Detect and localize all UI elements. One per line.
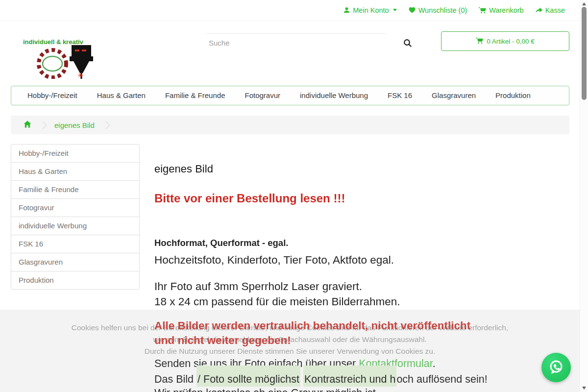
search-input[interactable] bbox=[206, 33, 386, 52]
material-line: Ihr Foto auf 3mm Sperrholz Laser gravier… bbox=[154, 279, 569, 294]
laser-head-icon bbox=[72, 45, 91, 56]
quality-suffix: och auflösend sein! bbox=[396, 373, 487, 385]
sidebar-item-fotogravur[interactable]: Fotogravur bbox=[11, 198, 140, 217]
quality-highlight-2: Kontrastreich und h bbox=[303, 366, 396, 387]
checkout-link[interactable]: Kasse bbox=[536, 6, 565, 14]
privacy-line1: Alle Bilder werden vertraulich behandelt… bbox=[154, 318, 569, 333]
caret-down-icon bbox=[393, 9, 397, 11]
cart-link[interactable]: Warenkorb bbox=[479, 6, 523, 14]
sidebar-item-hobby-freizeit[interactable]: Hobby-/Freizeit bbox=[11, 144, 140, 163]
magnifier-icon bbox=[403, 42, 412, 49]
sidebar-item-individuelle-werbung[interactable]: individuelle Werbung bbox=[11, 217, 140, 235]
page-scrollbar[interactable] bbox=[580, 0, 588, 392]
format-line: Hochformat, Querformat - egal. bbox=[154, 238, 569, 248]
shop-logo[interactable]: individuell & kreativ ✳ bbox=[22, 36, 97, 79]
search-box bbox=[206, 33, 386, 52]
quality-prefix: Das Bild bbox=[154, 373, 196, 385]
main-content: eigenes Bild Bitte vor einer Bestellung … bbox=[154, 144, 569, 392]
privacy-note: Alle Bilder werden vertraulich behandelt… bbox=[154, 318, 569, 348]
cart-label: Warenkorb bbox=[489, 6, 523, 14]
chevron-right-icon bbox=[102, 121, 110, 129]
breadcrumb: eigenes Bild bbox=[11, 116, 569, 134]
account-menu[interactable]: Mein Konto bbox=[343, 6, 396, 14]
nav-item-haus-garten[interactable]: Haus & Garten bbox=[87, 86, 155, 105]
heart-icon bbox=[409, 7, 416, 13]
photo-types-line: Hochzeitsfoto, Kinderfoto, Tier Foto, Ak… bbox=[154, 252, 569, 268]
privacy-line2: und nicht weiter gegeben! bbox=[154, 333, 569, 348]
scrollbar-thumb[interactable] bbox=[582, 7, 587, 100]
sidebar-item-produktion[interactable]: Produktion bbox=[11, 271, 140, 290]
sidebar-item-glasgravuren[interactable]: Glasgravuren bbox=[11, 253, 140, 271]
whatsapp-chat-button[interactable] bbox=[541, 353, 571, 382]
nav-item-hobby-freizeit[interactable]: Hobby-/Freizeit bbox=[18, 86, 87, 105]
check-line: Wir prüfen kostenlos ob eine Gravur mögl… bbox=[154, 387, 569, 392]
category-sidebar: Hobby-/Freizeit Haus & Garten Familie & … bbox=[11, 144, 140, 290]
quality-line: Das Bild / Foto sollte möglichst Kontras… bbox=[154, 372, 569, 387]
whatsapp-icon bbox=[547, 358, 565, 377]
sidebar-item-fsk16[interactable]: FSK 16 bbox=[11, 235, 140, 253]
forward-arrow-icon bbox=[536, 7, 542, 13]
page-title: eigenes Bild bbox=[154, 163, 569, 175]
nav-item-fotogravur[interactable]: Fotogravur bbox=[235, 86, 290, 105]
nav-item-familie-freunde[interactable]: Familie & Freunde bbox=[155, 86, 235, 105]
account-label: Mein Konto bbox=[353, 6, 389, 14]
scroll-up-arrow-icon[interactable] bbox=[582, 2, 586, 5]
chevron-right-icon bbox=[39, 121, 47, 129]
scroll-down-arrow-icon[interactable] bbox=[582, 387, 586, 390]
cart-summary-button[interactable]: 0 Artikel - 0,00 € bbox=[441, 31, 569, 51]
wishlist-label: Wunschliste (0) bbox=[418, 6, 467, 14]
send-suffix: . bbox=[433, 358, 436, 369]
quality-highlight-1: / Foto sollte möglichst bbox=[196, 366, 300, 387]
laser-spark-icon: ✳ bbox=[77, 71, 84, 79]
home-icon[interactable] bbox=[24, 121, 31, 130]
header: individuell & kreativ ✳ 0 Artikel - 0,00… bbox=[11, 21, 569, 86]
search-button[interactable] bbox=[400, 36, 415, 51]
breadcrumb-current[interactable]: eigenes Bild bbox=[54, 121, 95, 129]
sidebar-item-familie-freunde[interactable]: Familie & Freunde bbox=[11, 180, 140, 199]
wishlist-link[interactable]: Wunschliste (0) bbox=[409, 6, 467, 14]
cart-summary-label: 0 Artikel - 0,00 € bbox=[487, 38, 535, 45]
size-line: 18 x 24 cm passend für die meisten Bilde… bbox=[154, 294, 569, 309]
sidebar-item-haus-garten[interactable]: Haus & Garten bbox=[11, 162, 140, 181]
main-nav: Hobby-/Freizeit Haus & Garten Familie & … bbox=[11, 86, 569, 105]
checkout-label: Kasse bbox=[545, 6, 565, 14]
topbar: Mein Konto Wunschliste (0) Warenkorb Kas… bbox=[0, 0, 588, 21]
nav-item-produktion[interactable]: Produktion bbox=[486, 86, 540, 105]
nav-item-glasgravuren[interactable]: Glasgravuren bbox=[422, 86, 486, 105]
user-icon bbox=[343, 7, 350, 13]
nav-item-fsk16[interactable]: FSK 16 bbox=[378, 86, 422, 105]
cart-icon bbox=[476, 37, 483, 46]
order-warning-heading: Bitte vor einer Bestellung lesen !!! bbox=[154, 192, 569, 205]
logo-tagline-svg: individuell & kreativ bbox=[23, 38, 84, 46]
cart-icon bbox=[479, 7, 486, 14]
nav-item-individuelle-werbung[interactable]: individuelle Werbung bbox=[290, 86, 378, 105]
material-size-paragraph: Ihr Foto auf 3mm Sperrholz Laser gravier… bbox=[154, 279, 569, 309]
